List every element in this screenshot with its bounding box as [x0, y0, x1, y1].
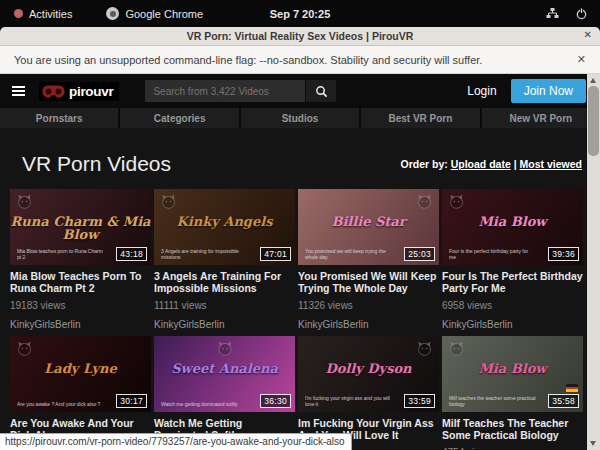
video-card[interactable]: Billie StarYou promised we will keep try… [298, 189, 439, 336]
video-thumbnail[interactable]: Lady LyneAre you awake ? And your dick a… [10, 336, 151, 412]
video-grid: Runa Charm & Mia BlowMia Blow teaches po… [10, 189, 583, 450]
studio-cat-watermark-icon [160, 193, 177, 214]
studio-cat-watermark-icon [448, 340, 465, 361]
duration-badge: 35:58 [548, 394, 579, 408]
video-title-link[interactable]: Milf Teaches The Teacher Some Practical … [442, 417, 583, 441]
scrollbar[interactable] [587, 74, 600, 450]
thumbnail-caption: You promised we will keep trying the who… [305, 248, 392, 260]
studio-cat-watermark-icon [16, 193, 33, 214]
view-count: 19183 views [10, 300, 151, 311]
video-title-link[interactable]: Four Is The Perfect Birthday Party For M… [442, 270, 583, 294]
thumbnail-performer-name: Sweet Analena [154, 362, 295, 375]
view-count: 11111 views [154, 300, 295, 311]
order-separator: | [514, 158, 517, 170]
menu-hamburger-icon[interactable] [12, 86, 25, 96]
view-count: 6958 views [442, 300, 583, 311]
studio-link[interactable]: KinkyGirlsBerlin [154, 319, 295, 330]
video-thumbnail[interactable]: Kinky Angels3 Angels are training for im… [154, 189, 295, 265]
system-top-bar: Activities Google Chrome Sep 7 20:25 [0, 0, 600, 27]
duration-badge: 33:59 [404, 394, 435, 408]
thumbnail-performer-name: Dolly Dyson [298, 362, 439, 375]
studio-link[interactable]: KinkyGirlsBerlin [10, 319, 151, 330]
video-card[interactable]: Mia BlowFour is the perfect birthday par… [442, 189, 583, 336]
duration-badge: 47:01 [260, 247, 291, 261]
thumbnail-caption: I'm fucking your virgin ass and you will… [305, 395, 392, 407]
order-by-upload-date-link[interactable]: Upload date [451, 158, 511, 170]
studio-cat-watermark-icon [16, 340, 33, 361]
duration-badge: 39:36 [548, 247, 579, 261]
thumbnail-performer-name: Runa Charm & Mia Blow [10, 215, 151, 241]
thumbnail-performer-name: Kinky Angels [154, 215, 295, 228]
thumbnail-caption: 3 Angels are training for impossible mis… [161, 248, 248, 260]
studio-link[interactable]: KinkyGirlsBerlin [298, 319, 439, 330]
thumbnail-caption: Four is the perfect birthday party for m… [449, 248, 536, 260]
order-by-label: Order by: [400, 158, 447, 170]
browser-title-bar: VR Porn: Virtual Reality Sex Videos | Pi… [0, 27, 600, 46]
thumbnail-caption: Milf teaches the teacher some practical … [449, 395, 536, 407]
warning-text: You are using an unsupported command-lin… [14, 54, 482, 66]
video-title-link[interactable]: Mia Blow Teaches Porn To Runa Charm Pt 2 [10, 270, 151, 294]
search-button[interactable] [306, 80, 336, 102]
duration-badge: 25:03 [404, 247, 435, 261]
thumbnail-performer-name: Mia Blow [442, 215, 583, 228]
studio-cat-watermark-icon [416, 193, 433, 214]
nav-item-studios[interactable]: Studios [241, 108, 359, 128]
nav-item-pornstars[interactable]: Pornstars [0, 108, 118, 128]
video-title-link[interactable]: 3 Angels Are Training For Impossible Mis… [154, 270, 295, 294]
join-now-button[interactable]: Join Now [511, 79, 586, 103]
nav-item-best-vr-porn[interactable]: Best VR Porn [361, 108, 479, 128]
thumbnail-performer-name: Lady Lyne [10, 362, 151, 375]
site-header: pirouvr Login Join Now [0, 74, 600, 108]
video-thumbnail[interactable]: Billie StarYou promised we will keep try… [298, 189, 439, 265]
video-thumbnail[interactable]: Mia BlowFour is the perfect birthday par… [442, 189, 583, 265]
search-input[interactable] [145, 80, 305, 102]
studio-cat-watermark-icon [416, 340, 433, 361]
thumbnail-caption: Mia Blow teaches porn to Runa Charm pt 2 [17, 248, 104, 260]
order-by-controls: Order by: Upload date | Most viewed [400, 158, 582, 170]
video-thumbnail[interactable]: Dolly DysonI'm fucking your virgin ass a… [298, 336, 439, 412]
video-thumbnail[interactable]: Runa Charm & Mia BlowMia Blow teaches po… [10, 189, 151, 265]
video-thumbnail[interactable]: Sweet AnalenaWatch me getting dominated … [154, 336, 295, 412]
nav-item-categories[interactable]: Categories [120, 108, 238, 128]
main-nav: PornstarsCategoriesStudiosBest VR PornNe… [0, 108, 600, 128]
duration-badge: 36:30 [260, 394, 291, 408]
duration-badge: 43:18 [116, 247, 147, 261]
window-close-icon[interactable]: ✕ [584, 29, 592, 40]
scroll-down-icon[interactable] [590, 441, 596, 446]
video-thumbnail[interactable]: Mia BlowMilf teaches the teacher some pr… [442, 336, 583, 412]
thumbnail-performer-name: Billie Star [298, 215, 439, 228]
studio-cat-watermark-icon [216, 340, 233, 361]
duration-badge: 30:17 [116, 394, 147, 408]
nav-item-new-vr-porn[interactable]: New VR Porn [482, 108, 600, 128]
video-card[interactable]: Runa Charm & Mia BlowMia Blow teaches po… [10, 189, 151, 336]
video-card[interactable]: Kinky Angels3 Angels are training for im… [154, 189, 295, 336]
page-title: VR Porn Videos [22, 152, 171, 176]
search-icon [315, 85, 328, 98]
browser-viewport: pirouvr Login Join Now PornstarsCategori… [0, 74, 600, 450]
studio-cat-watermark-icon [448, 193, 465, 214]
scrollbar-thumb[interactable] [588, 86, 599, 156]
clock[interactable]: Sep 7 20:25 [0, 8, 600, 20]
thumbnail-caption: Watch me getting dominated softly [161, 401, 248, 407]
video-title-link[interactable]: You Promised We Will Keep Trying The Who… [298, 270, 439, 294]
logo-text: pirouvr [69, 84, 113, 99]
studio-link[interactable]: KinkyGirlsBerlin [442, 319, 583, 330]
thumbnail-caption: Are you awake ? And your dick also ? [17, 401, 104, 407]
login-link[interactable]: Login [467, 84, 496, 98]
scroll-up-icon[interactable] [590, 78, 596, 83]
status-bar-url: https://pirouvr.com/vr-porn-video/779325… [0, 433, 352, 450]
unsupported-flag-warning-bar: You are using an unsupported command-lin… [0, 46, 600, 74]
window-title: VR Porn: Virtual Reality Sex Videos | Pi… [187, 30, 414, 42]
order-by-most-viewed-link[interactable]: Most viewed [520, 158, 582, 170]
vr-goggles-icon [42, 85, 65, 98]
site-logo[interactable]: pirouvr [39, 82, 119, 101]
video-card[interactable]: Mia BlowMilf teaches the teacher some pr… [442, 336, 583, 450]
german-flag-icon [566, 384, 578, 392]
thumbnail-performer-name: Mia Blow [442, 362, 583, 375]
view-count: 11326 views [298, 300, 439, 311]
warning-close-icon[interactable]: ✕ [577, 53, 586, 66]
